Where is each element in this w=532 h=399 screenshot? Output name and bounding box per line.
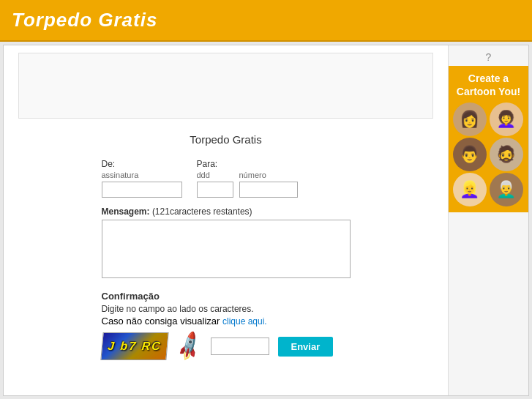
face-3: 👨: [453, 138, 487, 171]
de-label: De:: [102, 159, 182, 169]
mensagem-textarea[interactable]: [102, 220, 351, 278]
face-1: 👩: [453, 102, 487, 136]
right-sidebar: ? Create a Cartoon You! 👩 👩‍🦱 👨 🧔 👱‍♀️ 👨…: [448, 45, 528, 395]
header-title: Torpedo Gratis: [12, 9, 157, 31]
captcha-image: J b7 RC: [100, 332, 168, 360]
form-section: Torpedo Gratis De: assinatura Para:: [18, 126, 433, 381]
para-inner: ddd número: [197, 171, 298, 198]
rocket-container: 🚀: [176, 335, 202, 359]
face-4: 🧔: [490, 138, 523, 171]
left-area: Torpedo Gratis De: assinatura Para:: [4, 45, 448, 395]
form-container: De: assinatura Para: ddd: [102, 159, 351, 360]
de-field-group: De: assinatura: [102, 159, 182, 198]
confirmation-title: Confirmação: [102, 291, 351, 302]
face-2: 👩‍🦱: [490, 102, 523, 136]
de-sublabel: assinatura: [102, 171, 182, 179]
submit-button[interactable]: Enviar: [278, 337, 334, 357]
mensagem-group: Mensagem: (121caracteres restantes): [102, 206, 351, 280]
captcha-input[interactable]: [211, 338, 269, 355]
numero-input[interactable]: [239, 182, 298, 198]
form-title: Torpedo Gratis: [190, 133, 261, 146]
confirmation-section: Confirmação Digite no campo ao lado os c…: [102, 291, 351, 360]
assinatura-input[interactable]: [102, 182, 182, 198]
ddd-field-group: ddd: [197, 171, 233, 198]
para-label: Para:: [197, 159, 298, 169]
confirmation-link-row: Caso não consiga visualizar clique aqui.: [102, 316, 351, 327]
mensagem-label: Mensagem: (121caracteres restantes): [102, 206, 351, 217]
confirmation-desc: Digite no campo ao lado os caracteres.: [102, 304, 351, 314]
main-content: Torpedo Gratis De: assinatura Para:: [3, 45, 529, 396]
numero-field-group: número: [239, 171, 298, 198]
help-icon: ?: [486, 51, 492, 63]
cartoon-ad-title: Create a Cartoon You!: [452, 72, 525, 98]
rocket-icon: 🚀: [172, 329, 206, 363]
fields-row: De: assinatura Para: ddd: [102, 159, 351, 198]
para-field-group: Para: ddd número: [197, 159, 298, 198]
ddd-sublabel: ddd: [197, 171, 233, 179]
ddd-input[interactable]: [197, 182, 233, 198]
face-6: 👨‍🦳: [490, 173, 523, 206]
cartoon-faces-grid: 👩 👩‍🦱 👨 🧔 👱‍♀️ 👨‍🦳: [453, 102, 525, 206]
captcha-row: J b7 RC 🚀 Enviar: [102, 332, 351, 360]
header: Torpedo Gratis: [0, 0, 532, 42]
confirmation-link[interactable]: clique aqui.: [222, 316, 267, 327]
cartoon-ad[interactable]: Create a Cartoon You! 👩 👩‍🦱 👨 🧔 👱‍♀️ 👨‍🦳: [449, 66, 528, 212]
ad-top-banner: [18, 53, 433, 119]
face-5: 👱‍♀️: [453, 173, 487, 206]
numero-sublabel: número: [239, 171, 298, 179]
confirmation-link-prefix: Caso não consiga visualizar: [102, 316, 222, 327]
page-wrapper: Torpedo Gratis Torpedo Gratis De: assina…: [0, 0, 532, 399]
